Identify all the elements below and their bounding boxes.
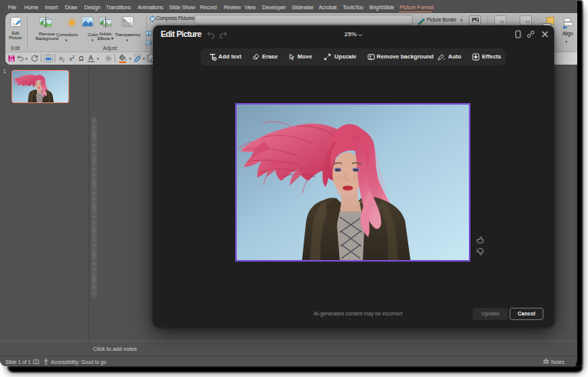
svg-text:1: 1 bbox=[93, 229, 95, 233]
svg-text:2: 2 bbox=[93, 158, 95, 162]
svg-text:2: 2 bbox=[93, 253, 95, 257]
svg-text:1: 1 bbox=[93, 182, 95, 185]
svg-text:0: 0 bbox=[93, 205, 95, 209]
svg-text:3: 3 bbox=[93, 134, 95, 138]
svg-text:3: 3 bbox=[93, 277, 95, 281]
